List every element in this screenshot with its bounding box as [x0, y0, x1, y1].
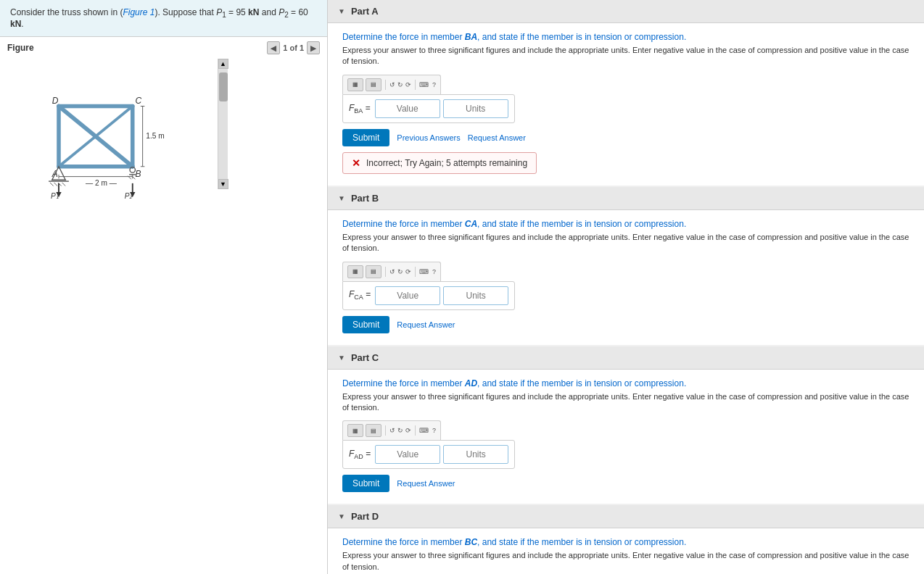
part-a-submit-btn[interactable]: Submit — [342, 129, 389, 146]
part-a-error-box: ✕ Incorrect; Try Again; 5 attempts remai… — [342, 152, 537, 174]
scroll-down-btn[interactable]: ▼ — [218, 179, 228, 189]
part-b-value-input[interactable] — [375, 286, 440, 305]
part-a-instruction2: Express your answer to three significant… — [342, 45, 909, 67]
toolbar-sep2 — [415, 80, 416, 90]
part-c-content: Determine the force in member AD, and st… — [328, 370, 924, 504]
part-a-arrow: ▼ — [338, 7, 345, 15]
figure-page-info: 1 of 1 — [283, 43, 304, 52]
part-b-input-row: FCA = — [342, 281, 515, 310]
part-d-instruction1: Determine the force in member BC, and st… — [342, 537, 909, 547]
part-b-request-answer-btn[interactable]: Request Answer — [397, 320, 455, 329]
part-b-arrow: ▼ — [338, 194, 345, 202]
svg-line-20 — [50, 183, 54, 186]
toolbar-fraction-btn-b[interactable]: ▤ — [366, 265, 381, 278]
part-c-submit-btn[interactable]: Submit — [342, 475, 389, 492]
toolbar-help-btn-c[interactable]: ? — [432, 427, 436, 434]
toolbar-undo-btn[interactable]: ↺ — [389, 81, 395, 88]
part-c-action-row: Submit Request Answer — [342, 475, 909, 492]
part-b-header[interactable]: ▼ Part B — [328, 187, 924, 210]
toolbar-matrix-btn-c[interactable]: ▦ — [347, 424, 363, 437]
part-b-action-row: Submit Request Answer — [342, 316, 909, 333]
part-d-title: Part D — [351, 511, 379, 522]
toolbar-matrix-btn[interactable]: ▦ — [347, 78, 363, 91]
part-d-arrow: ▼ — [338, 512, 345, 520]
svg-text:1.5 m: 1.5 m — [146, 132, 164, 140]
figure-next-btn[interactable]: ▶ — [307, 41, 320, 54]
part-d-instruction2: Express your answer to three significant… — [342, 550, 909, 573]
part-c-header[interactable]: ▼ Part C — [328, 346, 924, 370]
toolbar-reset-btn-c[interactable]: ⟳ — [405, 427, 411, 434]
part-a-section: ▼ Part A Determine the force in member B… — [328, 0, 924, 186]
part-a-prev-answers-btn[interactable]: Previous Answers — [397, 133, 460, 142]
toolbar-sep-c1 — [385, 425, 386, 436]
part-c-instruction1: Determine the force in member AD, and st… — [342, 378, 909, 388]
part-c-toolbar: ▦ ▤ ↺ ↻ ⟳ ⌨ ? — [342, 420, 441, 440]
svg-line-23 — [62, 183, 66, 186]
part-a-toolbar: ▦ ▤ ↺ ↻ ⟳ ⌨ ? — [342, 75, 441, 94]
toolbar-fraction-btn-c[interactable]: ▤ — [366, 424, 381, 437]
part-c-request-answer-btn[interactable]: Request Answer — [397, 479, 455, 488]
toolbar-redo-btn[interactable]: ↻ — [397, 81, 403, 88]
figure-link[interactable]: Figure 1 — [123, 7, 154, 17]
figure-wrap: D C A B 1.5 m — 2 m — — [0, 59, 327, 189]
toolbar-fraction-btn[interactable]: ▤ — [366, 78, 381, 91]
svg-line-21 — [54, 183, 58, 186]
toolbar-matrix-btn-b[interactable]: ▦ — [347, 265, 363, 278]
toolbar-redo-btn-c[interactable]: ↻ — [397, 427, 403, 434]
part-b-units-input[interactable] — [443, 286, 508, 305]
error-message: Incorrect; Try Again; 5 attempts remaini… — [366, 158, 527, 168]
error-icon: ✕ — [352, 157, 360, 169]
part-c-title: Part C — [351, 352, 379, 363]
part-d-content: Determine the force in member BC, and st… — [328, 528, 924, 574]
part-c-instruction2: Express your answer to three significant… — [342, 391, 909, 414]
figure-prev-btn[interactable]: ◀ — [267, 41, 280, 54]
figure-label: Figure — [7, 43, 34, 53]
toolbar-sep-c2 — [415, 425, 416, 436]
toolbar-sep-b2 — [415, 267, 416, 277]
toolbar-sep1 — [385, 80, 386, 90]
toolbar-keyboard-btn-c[interactable]: ⌨ — [419, 427, 429, 434]
toolbar-redo-btn-b[interactable]: ↻ — [397, 268, 403, 275]
toolbar-keyboard-btn-b[interactable]: ⌨ — [419, 268, 429, 275]
part-b-submit-btn[interactable]: Submit — [342, 316, 389, 333]
part-a-content: Determine the force in member BA, and st… — [328, 23, 924, 186]
part-a-request-answer-btn[interactable]: Request Answer — [468, 133, 526, 142]
part-b-title: Part B — [351, 193, 379, 204]
toolbar-help-btn-b[interactable]: ? — [432, 268, 436, 275]
part-b-input-label: FCA = — [349, 289, 371, 301]
part-a-value-input[interactable] — [375, 99, 440, 118]
right-panel: ▼ Part A Determine the force in member B… — [328, 0, 924, 574]
part-b-content: Determine the force in member CA, and st… — [328, 210, 924, 345]
left-panel: Consider the truss shown in (Figure 1). … — [0, 0, 328, 574]
part-c-input-label: FAD = — [349, 449, 371, 460]
svg-text:P₂: P₂ — [125, 193, 133, 201]
part-d-header[interactable]: ▼ Part D — [328, 505, 924, 528]
part-a-action-row: Submit Previous Answers Request Answer — [342, 129, 909, 146]
part-c-arrow: ▼ — [338, 354, 345, 362]
toolbar-keyboard-btn[interactable]: ⌨ — [419, 81, 429, 88]
toolbar-undo-btn-c[interactable]: ↺ — [389, 427, 395, 434]
part-b-instruction1: Determine the force in member CA, and st… — [342, 219, 909, 229]
truss-svg: D C A B 1.5 m — 2 m — — [7, 66, 218, 200]
toolbar-help-btn[interactable]: ? — [432, 81, 436, 88]
toolbar-sep-b1 — [385, 267, 386, 277]
scroll-bar[interactable]: ▲ ▼ — [218, 59, 228, 189]
toolbar-reset-btn-b[interactable]: ⟳ — [405, 268, 411, 275]
part-a-units-input[interactable] — [443, 99, 508, 118]
scroll-up-btn[interactable]: ▲ — [218, 59, 228, 69]
part-c-value-input[interactable] — [375, 445, 440, 464]
part-a-input-row: FBA = — [342, 94, 515, 123]
figure-bottom-row: D C A B 1.5 m — 2 m — — [0, 59, 327, 189]
toolbar-undo-btn-b[interactable]: ↺ — [389, 268, 395, 275]
part-a-input-label: FBA = — [349, 103, 371, 115]
part-b-section: ▼ Part B Determine the force in member C… — [328, 187, 924, 345]
scroll-thumb[interactable] — [219, 72, 228, 101]
part-c-section: ▼ Part C Determine the force in member A… — [328, 346, 924, 504]
part-a-header[interactable]: ▼ Part A — [328, 0, 924, 23]
part-c-units-input[interactable] — [443, 445, 508, 464]
part-c-input-row: FAD = — [342, 440, 515, 469]
figure-nav: ◀ 1 of 1 ▶ — [267, 41, 320, 54]
part-a-title: Part A — [351, 6, 379, 17]
problem-statement: Consider the truss shown in (Figure 1). … — [0, 0, 327, 37]
toolbar-reset-btn[interactable]: ⟳ — [405, 81, 411, 88]
